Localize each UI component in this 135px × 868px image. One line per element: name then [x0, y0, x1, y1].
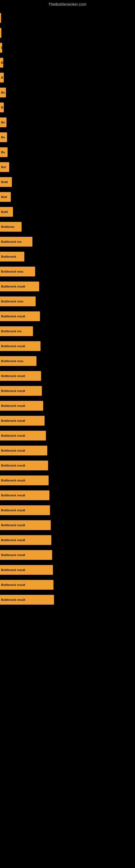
bar-label-1: I [1, 31, 1, 34]
bar-row: Bottl [0, 204, 135, 219]
bar-label-29: Bottleneck result [1, 449, 25, 452]
bar-label-19: Bottleneck resu [1, 300, 24, 303]
bar-label-4: B [1, 76, 3, 79]
bar-label-5: Bo [1, 91, 5, 94]
bar-31: Bottleneck result [0, 475, 49, 485]
bar-row: | [0, 10, 135, 25]
bar-row: Bottleneck result [0, 518, 135, 532]
bar-4: B [0, 73, 4, 83]
bar-row: Bot [0, 159, 135, 175]
bar-34: Bottleneck result [0, 520, 51, 530]
bar-row: Bottleneck result [0, 368, 135, 383]
bar-row: B [0, 55, 135, 70]
bar-label-23: Bottleneck resu [1, 360, 24, 363]
bar-30: Bottleneck result [0, 461, 48, 470]
bar-7: Bo [0, 118, 6, 127]
bar-label-17: Bottleneck resu [1, 270, 24, 273]
bar-label-15: Bottleneck res [1, 240, 21, 243]
bar-1: I [0, 28, 1, 38]
bar-label-30: Bottleneck result [1, 464, 25, 467]
bar-12: Bott [0, 192, 11, 202]
bar-row: B [0, 70, 135, 85]
bar-label-11: Bottl [1, 180, 8, 184]
bar-39: Bottleneck result [0, 595, 54, 604]
bar-row: Bottleneck result [0, 562, 135, 577]
bar-label-31: Bottleneck result [1, 479, 25, 482]
bar-label-37: Bottleneck result [1, 568, 25, 571]
bar-5: Bo [0, 88, 6, 97]
bar-29: Bottleneck result [0, 446, 47, 456]
bar-25: Bottleneck result [0, 386, 42, 396]
bar-row: Bottleneck res [0, 323, 135, 339]
bar-label-7: Bo [1, 121, 5, 124]
bar-row: Bottleneck result [0, 547, 135, 562]
bar-11: Bottl [0, 177, 12, 187]
bar-row: Bottleneck resu [0, 353, 135, 368]
bar-label-20: Bottleneck result [1, 315, 25, 318]
bar-32: Bottleneck result [0, 490, 49, 500]
bar-row: Bottleneck result [0, 398, 135, 413]
bar-label-21: Bottleneck res [1, 330, 21, 333]
site-title: TheBottlenecker.com [0, 0, 135, 8]
bar-19: Bottleneck resu [0, 297, 36, 306]
bar-label-34: Bottleneck result [1, 524, 25, 527]
bar-row: Bottleneck result [0, 458, 135, 473]
bar-row: Bo [0, 115, 135, 130]
bar-27: Bottleneck result [0, 416, 45, 426]
bar-6: B [0, 102, 4, 112]
bar-row: Bottleneck result [0, 383, 135, 398]
bar-label-22: Bottleneck result [1, 344, 25, 348]
bar-label-36: Bottleneck result [1, 553, 25, 557]
bar-row: B [0, 100, 135, 115]
bar-row: Bottlenec [0, 219, 135, 234]
bar-row: Bottleneck result [0, 279, 135, 294]
bar-row: Bottleneck [0, 249, 135, 264]
bar-label-27: Bottleneck result [1, 419, 25, 422]
bar-row: Bottleneck result [0, 339, 135, 353]
bar-label-2: E [1, 46, 2, 50]
bar-23: Bottleneck resu [0, 356, 37, 366]
bar-row: Bottleneck result [0, 592, 135, 607]
bar-label-39: Bottleneck result [1, 598, 25, 601]
bar-label-25: Bottleneck result [1, 389, 25, 393]
bar-8: Bo [0, 132, 7, 142]
bar-label-38: Bottleneck result [1, 583, 25, 586]
bar-row: Bottleneck resu [0, 294, 135, 309]
bar-24: Bottleneck result [0, 371, 41, 381]
bar-row: Bottleneck result [0, 488, 135, 503]
bar-row: Bottleneck result [0, 428, 135, 443]
bar-row: Bottleneck result [0, 503, 135, 518]
bar-10: Bot [0, 162, 9, 172]
bar-33: Bottleneck result [0, 505, 50, 515]
bar-label-13: Bottl [1, 210, 8, 214]
bar-row: Bottleneck result [0, 577, 135, 592]
bar-28: Bottleneck result [0, 431, 46, 440]
bar-label-26: Bottleneck result [1, 404, 25, 407]
bar-row: Bottleneck result [0, 473, 135, 488]
bar-13: Bottl [0, 207, 13, 217]
bar-label-35: Bottleneck result [1, 538, 25, 542]
bar-label-24: Bottleneck result [1, 374, 25, 378]
bar-37: Bottleneck result [0, 565, 53, 575]
bar-label-32: Bottleneck result [1, 494, 25, 497]
bar-0: | [0, 13, 1, 23]
bar-38: Bottleneck result [0, 580, 53, 590]
bar-15: Bottleneck res [0, 237, 32, 247]
bar-row: Bottleneck result [0, 309, 135, 323]
bar-21: Bottleneck res [0, 326, 33, 336]
bar-label-8: Bo [1, 135, 5, 139]
bar-20: Bottleneck result [0, 311, 40, 321]
bar-22: Bottleneck result [0, 341, 41, 351]
bar-row: Bo [0, 130, 135, 145]
bar-row: Bottleneck result [0, 413, 135, 428]
bar-9: Bo [0, 147, 8, 157]
bar-label-33: Bottleneck result [1, 508, 25, 512]
bar-row: Bottleneck res [0, 234, 135, 249]
bar-row: Bottl [0, 175, 135, 189]
bar-label-28: Bottleneck result [1, 434, 25, 437]
bar-3: B [0, 58, 3, 67]
bar-label-6: B [1, 106, 3, 109]
bar-row: E [0, 40, 135, 55]
bar-26: Bottleneck result [0, 401, 43, 411]
bar-16: Bottleneck [0, 252, 24, 261]
